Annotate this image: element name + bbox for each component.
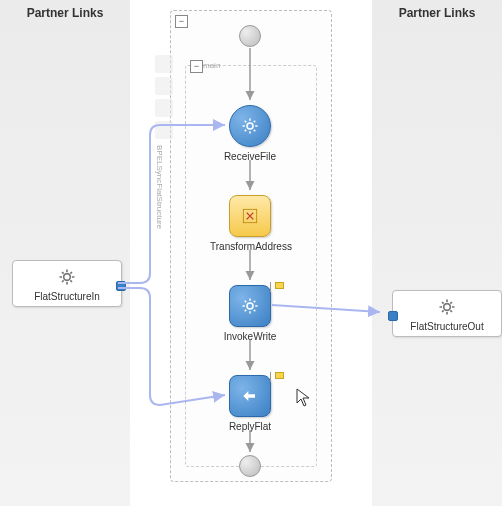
port-icon[interactable] <box>388 311 398 321</box>
gear-icon <box>57 267 77 287</box>
sequence-tag: main <box>203 61 220 70</box>
transform-activity[interactable]: TransformAddress <box>210 195 290 252</box>
start-node[interactable] <box>210 25 290 47</box>
gear-icon <box>437 297 457 317</box>
tool-correlation-icon[interactable] <box>155 99 173 117</box>
gear-icon <box>241 117 259 135</box>
partner-column-right: Partner Links <box>372 0 502 506</box>
breakpoint-flag-icon[interactable] <box>270 282 280 292</box>
breakpoint-flag-icon[interactable] <box>270 372 280 382</box>
reply-label: ReplyFlat <box>210 421 290 432</box>
collapse-toggle-inner[interactable]: − <box>190 60 203 73</box>
gear-icon <box>241 297 259 315</box>
transform-glyph-icon <box>240 206 260 226</box>
invoke-icon <box>229 285 271 327</box>
start-circle-icon <box>239 25 261 47</box>
reply-activity[interactable]: ReplyFlat <box>210 375 290 432</box>
partnerlink-out[interactable]: FlatStructureOut <box>392 290 502 337</box>
svg-point-2 <box>247 303 253 309</box>
partnerlink-in[interactable]: FlatStructureIn <box>12 260 122 307</box>
end-node[interactable] <box>210 455 290 477</box>
svg-point-0 <box>247 123 253 129</box>
svg-point-4 <box>444 304 451 311</box>
partner-column-left: Partner Links <box>0 0 130 506</box>
transform-label: TransformAddress <box>210 241 290 252</box>
tool-handlers-icon[interactable] <box>155 121 173 139</box>
svg-point-3 <box>64 274 71 281</box>
tool-variables-icon[interactable] <box>155 77 173 95</box>
partner-header-left: Partner Links <box>0 0 130 26</box>
partnerlink-out-label: FlatStructureOut <box>397 321 497 332</box>
partnerlink-in-label: FlatStructureIn <box>17 291 117 302</box>
process-toolbar: BPELSyncFlatStructure <box>155 55 175 265</box>
receive-icon <box>229 105 271 147</box>
receive-activity[interactable]: ReceiveFile <box>210 105 290 162</box>
process-name-vertical: BPELSyncFlatStructure <box>155 145 164 265</box>
reply-glyph-icon <box>240 386 260 406</box>
transform-icon <box>229 195 271 237</box>
partner-header-right: Partner Links <box>372 0 502 26</box>
end-circle-icon <box>239 455 261 477</box>
reply-icon <box>229 375 271 417</box>
invoke-label: InvokeWrite <box>210 331 290 342</box>
cursor-icon <box>296 388 312 412</box>
collapse-toggle-outer[interactable]: − <box>175 15 188 28</box>
invoke-activity[interactable]: InvokeWrite <box>210 285 290 342</box>
receive-label: ReceiveFile <box>210 151 290 162</box>
tool-partnerlinks-icon[interactable] <box>155 55 173 73</box>
port-icon[interactable] <box>116 281 126 291</box>
